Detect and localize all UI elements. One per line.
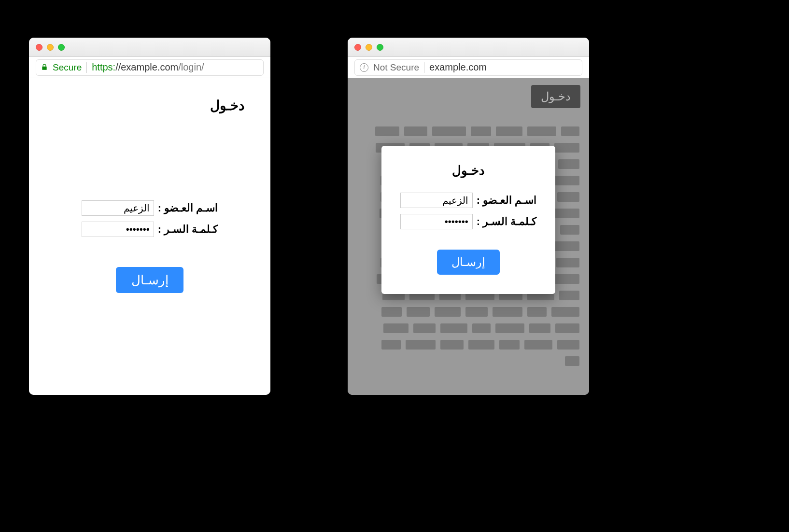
divider <box>86 62 87 73</box>
password-input[interactable] <box>82 222 154 237</box>
addressbar-input[interactable]: Secure https://example.com/login/ <box>36 59 264 76</box>
username-input[interactable] <box>82 200 154 216</box>
minimize-icon[interactable] <box>366 44 372 51</box>
password-label: كـلمـة السـر : <box>158 223 218 236</box>
password-input[interactable] <box>400 214 473 229</box>
close-icon[interactable] <box>36 44 42 51</box>
lock-icon <box>41 62 48 73</box>
page-content: دخـول دخـول <box>348 78 589 395</box>
url-host: example.com <box>429 62 487 73</box>
url-path: /login/ <box>178 62 204 72</box>
submit-button[interactable]: إرسـال <box>437 250 500 275</box>
username-row: اسـم العـضو : <box>400 193 537 208</box>
browser-window-secure: Secure https://example.com/login/ دخـول … <box>29 38 270 395</box>
divider <box>424 62 424 73</box>
info-icon: i <box>360 63 368 72</box>
close-icon[interactable] <box>354 44 361 51</box>
password-row: كـلمـة السـر : <box>400 214 537 229</box>
username-label: اسـم العـضو : <box>158 202 218 214</box>
background-page: دخـول دخـول <box>348 78 589 395</box>
maximize-icon[interactable] <box>58 44 65 51</box>
password-label: كـلمـة السـر : <box>477 215 537 228</box>
url-scheme: https: <box>92 62 115 72</box>
browser-window-notsecure: i Not Secure example.com دخـول <box>348 38 589 395</box>
submit-button[interactable]: إرسـال <box>116 267 183 293</box>
login-button[interactable]: دخـول <box>531 85 580 108</box>
addressbar: i Not Secure example.com <box>348 57 589 78</box>
titlebar <box>29 38 270 57</box>
login-page: دخـول اسـم العـضو : كـلمـة السـر : إرسـا… <box>29 78 270 395</box>
username-input[interactable] <box>400 193 473 208</box>
addressbar: Secure https://example.com/login/ <box>29 57 270 78</box>
popup-form: اسـم العـضو : كـلمـة السـر : إرسـال <box>395 193 542 275</box>
url: https://example.com/login/ <box>92 62 204 73</box>
page-content: دخـول اسـم العـضو : كـلمـة السـر : إرسـا… <box>29 78 270 395</box>
username-label: اسـم العـضو : <box>477 194 537 207</box>
page-title: دخـول <box>41 98 244 113</box>
password-row: كـلمـة السـر : <box>82 222 218 237</box>
username-row: اسـم العـضو : <box>82 200 218 216</box>
login-popup: دخـول اسـم العـضو : كـلمـة السـر : إرسـا… <box>381 146 555 294</box>
notsecure-label: Not Secure <box>373 62 419 73</box>
url-host: //example.com <box>115 62 178 72</box>
login-form: اسـم العـضو : كـلمـة السـر : إرسـال <box>41 200 259 293</box>
titlebar <box>348 38 589 57</box>
minimize-icon[interactable] <box>47 44 54 51</box>
popup-title: دخـول <box>395 163 542 178</box>
maximize-icon[interactable] <box>377 44 383 51</box>
secure-label: Secure <box>53 62 82 73</box>
addressbar-input[interactable]: i Not Secure example.com <box>354 59 582 76</box>
